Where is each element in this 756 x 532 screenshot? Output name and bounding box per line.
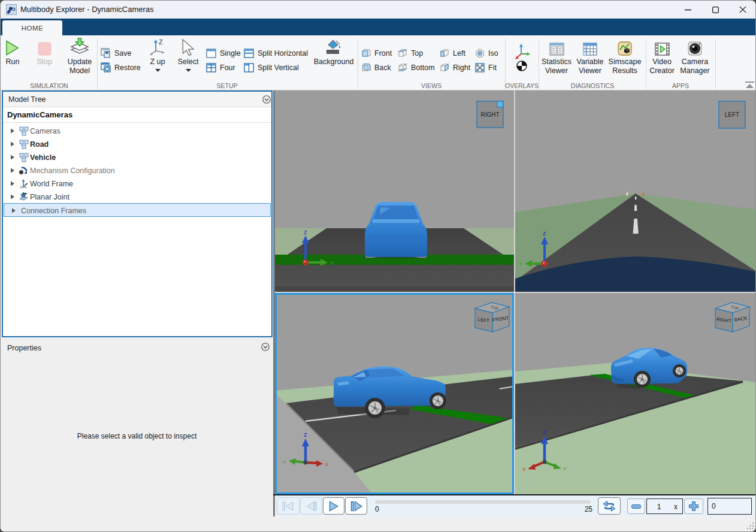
- speed-value: 1: [647, 503, 671, 511]
- speed-field[interactable]: 1 x: [646, 498, 683, 514]
- title-bar[interactable]: Multibody Explorer - DynamicCameras: [1, 1, 756, 19]
- stop-button[interactable]: Stop: [32, 38, 56, 66]
- viewport-bottom-left[interactable]: Z Y X LEFT FRONT TOP: [275, 293, 514, 494]
- tree-item-vehicle[interactable]: Vehicle: [3, 150, 271, 164]
- expand-arrow-icon[interactable]: [10, 168, 15, 173]
- statistics-viewer-button[interactable]: Statistics Viewer: [539, 38, 574, 75]
- model-tree-root[interactable]: DynamicCameras: [3, 107, 271, 123]
- view-top-icon: [398, 49, 407, 58]
- collapse-panel-icon[interactable]: [262, 95, 271, 104]
- dropdown-caret-icon: [186, 69, 191, 72]
- save-button[interactable]: Save: [101, 48, 132, 58]
- tree-item-world-frame[interactable]: World Frame: [3, 177, 271, 190]
- video-creator-icon: [655, 43, 670, 56]
- speed-increase-button[interactable]: [684, 498, 703, 514]
- simscape-results-button[interactable]: Simscape Results: [607, 38, 642, 75]
- view-front-button[interactable]: Front: [361, 48, 392, 58]
- view-bottom-button[interactable]: Bottom: [398, 62, 435, 72]
- select-cursor-icon: [180, 39, 196, 56]
- maximize-icon: [712, 7, 719, 13]
- close-button[interactable]: [729, 1, 756, 19]
- viewport-bottom-right[interactable]: Z X Y RIGHT BACK TOP: [515, 293, 756, 494]
- app-icon: [6, 4, 17, 15]
- view-iso-icon: [475, 49, 485, 58]
- video-creator-button[interactable]: Video Creator: [648, 38, 676, 75]
- tree-item-planar-joint[interactable]: Planar Joint: [3, 190, 271, 203]
- expand-arrow-icon[interactable]: [10, 194, 15, 200]
- app-window: Multibody Explorer - DynamicCameras HOME…: [0, 0, 756, 532]
- minus-icon: [631, 504, 641, 509]
- view-back-icon: [361, 63, 371, 72]
- single-layout-button[interactable]: Single: [206, 48, 241, 58]
- subsystem-icon: [19, 152, 29, 165]
- resize-grip[interactable]: [746, 522, 754, 530]
- axis-label-x: X: [325, 462, 329, 467]
- group-separator: [358, 39, 358, 89]
- select-button[interactable]: Select: [175, 38, 201, 72]
- run-icon: [5, 40, 20, 56]
- model-tree-title: Model Tree: [8, 95, 46, 104]
- four-layout-button[interactable]: Four: [206, 62, 235, 72]
- loop-button[interactable]: [598, 497, 621, 515]
- go-to-start-button[interactable]: [277, 497, 300, 515]
- viewport-top-left[interactable]: Z Y RIGHT: [275, 90, 514, 292]
- speed-decrease-button[interactable]: [627, 498, 645, 514]
- expand-arrow-icon[interactable]: [11, 208, 16, 213]
- frame-overlay-button[interactable]: [515, 44, 530, 62]
- axis-label-x: X: [522, 467, 526, 472]
- view-front-icon: [361, 49, 371, 58]
- split-horizontal-button[interactable]: Split Horizontal: [244, 48, 308, 58]
- tree-item-road[interactable]: Road: [3, 137, 271, 150]
- expand-arrow-icon[interactable]: [10, 181, 15, 186]
- view-bottom-icon: [398, 63, 407, 72]
- scene-rear-view: Z Y RIGHT: [275, 90, 514, 292]
- viewport-top-right[interactable]: Z Y LEFT: [515, 90, 756, 292]
- group-label-diagnostics: DIAGNOSTICS: [563, 82, 622, 90]
- tree-item-mechanism-configuration[interactable]: Mechanism Configuration: [3, 164, 271, 177]
- minimize-button[interactable]: [674, 1, 701, 19]
- mechanism-config-icon: [19, 165, 29, 178]
- run-button[interactable]: Run: [2, 38, 23, 66]
- single-layout-icon: [206, 49, 216, 58]
- com-overlay-button[interactable]: [516, 61, 527, 74]
- restore-button[interactable]: Restore: [101, 62, 141, 72]
- expand-arrow-icon[interactable]: [10, 155, 15, 160]
- z-up-button[interactable]: Z Z up: [144, 38, 171, 72]
- maximize-button[interactable]: [701, 1, 729, 19]
- collapse-panel-icon[interactable]: [261, 343, 270, 351]
- background-button[interactable]: Background: [312, 38, 356, 66]
- variable-viewer-icon: [583, 43, 597, 56]
- axis-label-z: Z: [543, 231, 546, 237]
- collapse-ribbon-button[interactable]: [745, 81, 755, 89]
- tab-home[interactable]: HOME: [2, 20, 62, 35]
- view-cube[interactable]: RIGHT: [477, 101, 503, 128]
- update-model-button[interactable]: Update Model: [64, 38, 95, 75]
- axis-label-y: Y: [563, 466, 567, 471]
- expand-arrow-icon[interactable]: [10, 141, 15, 147]
- variable-viewer-button[interactable]: Variable Viewer: [573, 38, 607, 75]
- camera-manager-button[interactable]: Camera Manager: [676, 38, 713, 75]
- expand-arrow-icon[interactable]: [10, 128, 15, 134]
- group-label-simulation: SIMULATION: [19, 82, 79, 90]
- view-top-button[interactable]: Top: [398, 48, 423, 58]
- view-right-button[interactable]: Right: [440, 62, 470, 72]
- view-cube[interactable]: LEFT: [719, 101, 745, 128]
- play-button[interactable]: [323, 497, 344, 515]
- tree-item-cameras[interactable]: Cameras: [3, 124, 271, 137]
- view-cube[interactable]: LEFT FRONT TOP: [475, 303, 509, 332]
- step-forward-button[interactable]: [345, 497, 367, 515]
- step-back-button[interactable]: [300, 497, 322, 515]
- split-vertical-button[interactable]: Split Vertical: [244, 62, 299, 72]
- view-back-button[interactable]: Back: [361, 62, 391, 72]
- timeline-slider[interactable]: [375, 500, 591, 504]
- axis-label-y: Y: [283, 460, 286, 465]
- view-left-button[interactable]: Left: [440, 48, 465, 58]
- properties-title: Properties: [7, 344, 41, 352]
- restore-icon: [101, 62, 111, 72]
- view-iso-button[interactable]: Iso: [475, 48, 498, 58]
- view-cube[interactable]: RIGHT BACK TOP: [715, 303, 749, 332]
- go-to-start-icon: [282, 501, 294, 512]
- time-input[interactable]: [707, 498, 752, 515]
- tree-item-connection-frames[interactable]: Connection Frames: [4, 203, 271, 217]
- view-fit-button[interactable]: Fit: [475, 62, 497, 72]
